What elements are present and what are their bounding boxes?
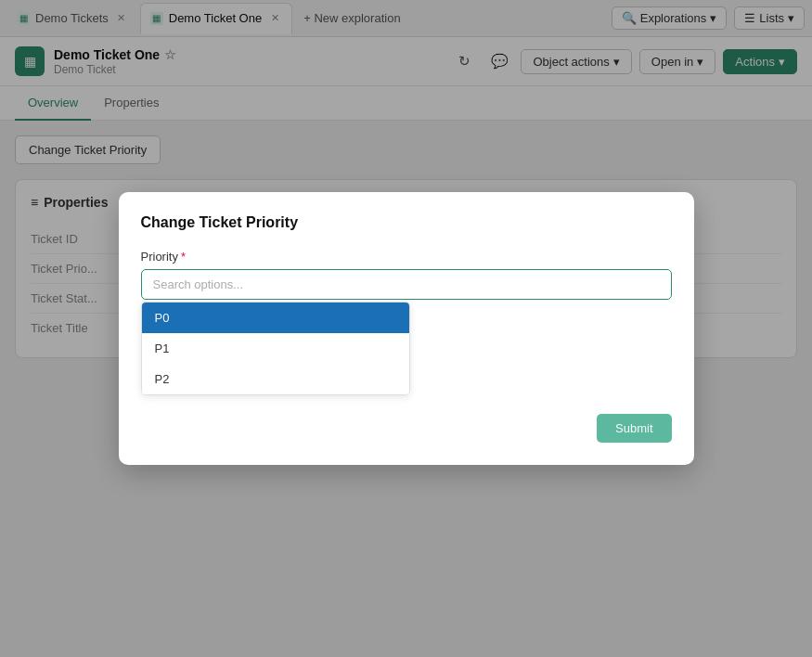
dialog-footer: Submit — [141, 414, 672, 443]
modal-overlay[interactable]: Change Ticket Priority Priority * P0 P1 … — [0, 0, 812, 657]
priority-dropdown-list: P0 P1 P2 — [141, 302, 410, 395]
submit-label: Submit — [615, 421, 652, 435]
change-priority-dialog: Change Ticket Priority Priority * P0 P1 … — [119, 192, 694, 465]
priority-search-input[interactable] — [141, 269, 672, 300]
priority-option-p1[interactable]: P1 — [142, 333, 409, 364]
required-star: * — [181, 250, 186, 264]
dialog-title: Change Ticket Priority — [141, 214, 672, 231]
priority-option-p2[interactable]: P2 — [142, 364, 409, 394]
submit-button[interactable]: Submit — [597, 414, 671, 443]
priority-option-p0[interactable]: P0 — [142, 303, 409, 333]
priority-field-label: Priority * — [141, 250, 672, 264]
priority-label-text: Priority — [141, 250, 178, 264]
